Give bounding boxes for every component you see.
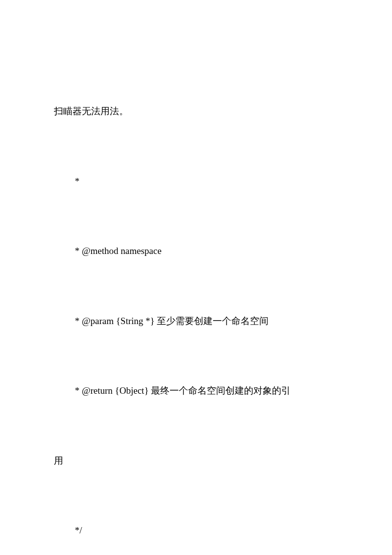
text-line: * @method namespace: [54, 239, 338, 263]
text-line: 用: [54, 449, 338, 473]
text-line: * @return {Object} 最终一个命名空间创建的对象的引: [54, 379, 338, 403]
text-line: * @param {String *} 至少需要创建一个命名空间: [54, 309, 338, 333]
document-content: 扫瞄器无法用法。 * * @method namespace * @param …: [54, 53, 338, 555]
text-line: *: [54, 170, 338, 193]
text-line: 扫瞄器无法用法。: [54, 100, 338, 123]
text-line: */: [54, 519, 338, 542]
